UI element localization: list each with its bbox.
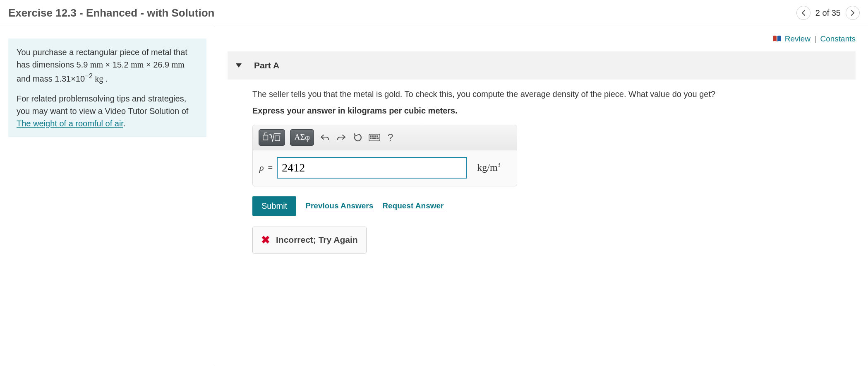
times-1: ×	[103, 60, 113, 69]
units-label: kg/m3	[477, 162, 500, 173]
greek-symbols-tool[interactable]: ΑΣφ	[290, 129, 314, 146]
top-links: Review | Constants	[228, 34, 856, 44]
feedback-box: ✖ Incorrect; Try Again	[252, 227, 367, 254]
svg-rect-10	[372, 138, 376, 139]
previous-answers-link[interactable]: Previous Answers	[305, 201, 373, 210]
svg-rect-6	[372, 135, 374, 137]
part-label: Part A	[254, 60, 279, 70]
submit-button[interactable]: Submit	[252, 196, 296, 216]
answer-instruction: Express your answer in kilograms per cub…	[252, 106, 856, 116]
caret-down-icon[interactable]	[236, 63, 242, 68]
template-tool[interactable]: x	[259, 129, 285, 146]
problem-tips: For related problemsolving tips and stra…	[17, 92, 198, 130]
request-answer-link[interactable]: Request Answer	[382, 201, 444, 210]
svg-rect-7	[374, 135, 376, 137]
page-title: Exercise 12.3 - Enhanced - with Solution	[8, 7, 214, 19]
unit-kg: kg	[93, 74, 103, 83]
tips-period: .	[123, 119, 126, 128]
feedback-message: Incorrect; Try Again	[276, 235, 358, 245]
problem-dimensions: You purchase a rectangular piece of meta…	[17, 46, 198, 85]
density-input[interactable]	[277, 157, 467, 179]
toolbar-help-button[interactable]: ?	[385, 132, 396, 143]
problem-statement: You purchase a rectangular piece of meta…	[8, 39, 206, 137]
video-tutor-link[interactable]: The weight of a roomful of air	[17, 119, 123, 128]
variable-symbol: ρ	[259, 162, 264, 173]
svg-rect-9	[370, 138, 372, 139]
book-icon	[772, 35, 782, 44]
undo-icon	[320, 133, 329, 142]
answer-row: ρ = kg/m3	[253, 150, 517, 179]
mass-exp: −2	[85, 72, 93, 80]
unit-mm-3: mm	[172, 60, 185, 69]
unit-mm: mm	[90, 60, 103, 69]
part-header[interactable]: Part A	[228, 51, 856, 80]
keyboard-icon	[369, 134, 380, 141]
prev-button[interactable]	[796, 6, 810, 20]
content: You purchase a rectangular piece of meta…	[0, 26, 868, 366]
action-row: Submit Previous Answers Request Answer	[252, 196, 856, 216]
answer-zone: x ΑΣφ	[252, 125, 517, 186]
page-header: Exercise 12.3 - Enhanced - with Solution…	[0, 0, 868, 26]
svg-rect-0	[263, 135, 268, 140]
svg-rect-11	[377, 138, 379, 139]
review-link[interactable]: Review	[782, 34, 810, 43]
period: .	[103, 74, 108, 83]
units-exp: 3	[498, 162, 501, 168]
svg-rect-8	[376, 135, 378, 137]
svg-rect-1	[265, 133, 267, 135]
reset-icon	[353, 133, 362, 142]
chevron-left-icon	[801, 10, 806, 16]
nav-progress: 2 of 35	[815, 8, 841, 18]
incorrect-icon: ✖	[261, 234, 270, 246]
undo-button[interactable]	[319, 132, 331, 143]
redo-button[interactable]	[336, 132, 347, 143]
mass-text: and mass 1.31×10	[17, 74, 85, 83]
tips-text: For related problemsolving tips and stra…	[17, 94, 188, 116]
redo-icon	[337, 133, 346, 142]
constants-link[interactable]: Constants	[820, 34, 856, 43]
units-text: kg/m	[477, 162, 497, 173]
template-icon: x	[262, 132, 281, 143]
right-panel: Review | Constants Part A The seller tel…	[215, 26, 868, 366]
link-separator: |	[813, 34, 818, 43]
chevron-right-icon	[850, 10, 855, 16]
dim-2: 15.2	[113, 60, 131, 69]
equation-toolbar: x ΑΣφ	[253, 125, 517, 150]
times-2: ×	[144, 60, 153, 69]
keyboard-button[interactable]	[369, 132, 380, 143]
question-text: The seller tells you that the metal is g…	[252, 88, 856, 100]
page-nav: 2 of 35	[796, 6, 860, 20]
dim-3: 26.9	[153, 60, 171, 69]
unit-mm-2: mm	[131, 60, 144, 69]
svg-rect-5	[370, 135, 372, 137]
svg-rect-3	[275, 136, 280, 141]
part-body: The seller tells you that the metal is g…	[228, 88, 856, 254]
reset-button[interactable]	[352, 132, 364, 143]
next-button[interactable]	[846, 6, 860, 20]
left-panel: You purchase a rectangular piece of meta…	[0, 26, 215, 366]
equals-sign: =	[268, 163, 273, 172]
